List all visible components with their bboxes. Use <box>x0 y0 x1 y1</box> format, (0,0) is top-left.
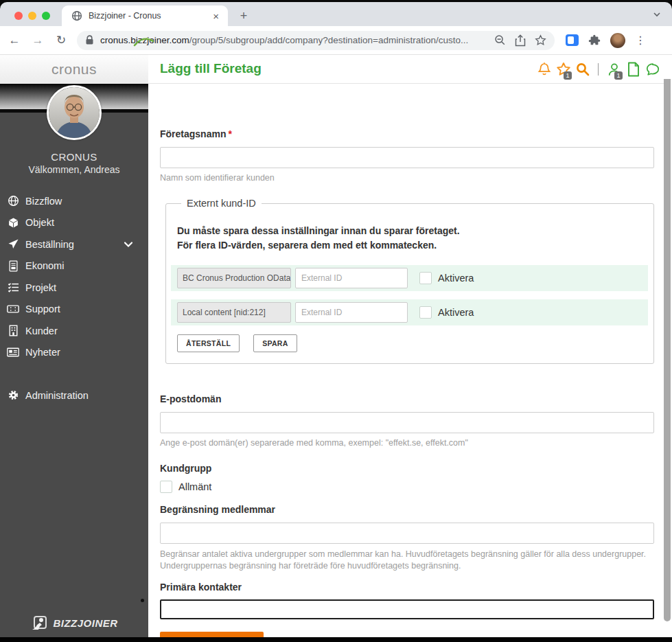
extension-icon[interactable] <box>566 34 579 46</box>
star-icon[interactable]: 1 <box>555 60 571 78</box>
org-name: CRONUS <box>0 151 148 163</box>
member-limit-label: Begränsning medlemmar <box>160 504 664 515</box>
ticket-icon <box>7 304 19 314</box>
tab-search-chevron-icon[interactable] <box>653 10 661 19</box>
browser-toolbar: ← → ↻ cronus.bizzjoiner.com/group/5/subg… <box>0 26 672 55</box>
gear-icon <box>7 389 19 401</box>
activate-label: Aktivera <box>438 273 474 284</box>
lock-icon <box>85 35 94 45</box>
bell-icon[interactable] <box>536 60 552 78</box>
page-header: Lägg till Företag 1 1 <box>148 55 664 84</box>
sidebar-item-label: Projekt <box>25 282 56 293</box>
sidebar-item-label: Administration <box>25 390 89 401</box>
sidebar-item-label: Bizzflow <box>25 196 62 207</box>
paper-plane-icon <box>7 238 19 250</box>
browser-tab-strip: Bizzjoiner - Cronus × + <box>0 2 672 26</box>
email-domain-help: Ange e-post domän(er) separerade med kom… <box>160 438 664 448</box>
sidebar-menu: Bizzflow Objekt Beställning <box>0 190 148 363</box>
scrollbar-thumb[interactable] <box>664 79 671 621</box>
allmant-checkbox[interactable] <box>160 481 172 493</box>
building-icon <box>7 325 19 336</box>
form-content: Företagsnamn* Namn som identifierar kund… <box>148 113 664 642</box>
browser-tab[interactable]: Bizzjoiner - Cronus × <box>62 5 228 26</box>
star-badge: 1 <box>564 71 572 80</box>
sidebar-logo-area: cronus <box>0 55 148 84</box>
member-limit-help: Begränsar antalet aktiva undergrupper so… <box>160 549 657 572</box>
reload-button[interactable]: ↻ <box>52 32 70 49</box>
tab-close-icon[interactable]: × <box>211 11 221 21</box>
header-icons: 1 1 <box>536 60 660 78</box>
external-id-legend: Externt kund-ID <box>181 198 262 209</box>
sidebar-item-ekonomi[interactable]: Ekonomi <box>0 255 148 277</box>
sidebar-item-label: Ekonomi <box>25 260 64 271</box>
search-icon[interactable] <box>575 60 590 78</box>
sidebar-item-objekt[interactable]: Objekt <box>0 212 148 234</box>
sidebar-item-administration[interactable]: Administration <box>0 385 148 406</box>
new-tab-button[interactable]: + <box>235 8 252 25</box>
external-id-note-line1: Du måste spara dessa inställningar innan… <box>177 224 648 238</box>
external-id-buttons: ÅTERSTÄLL SPARA <box>177 334 648 352</box>
back-button[interactable]: ← <box>5 32 23 49</box>
browser-menu-icon[interactable]: ⋮ <box>635 34 646 47</box>
globe-icon <box>7 195 19 207</box>
url-text: cronus.bizzjoiner.com/group/5/subgroup/a… <box>100 35 494 45</box>
newspaper-icon <box>7 347 19 357</box>
close-window-button[interactable] <box>14 12 23 20</box>
welcome-text: Välkommen, Andreas <box>0 164 148 175</box>
url-path: /group/5/subgroup/add/company?destinatio… <box>189 35 468 45</box>
app-window: cronus CRONUS Välk <box>0 55 672 637</box>
external-id-note: Du måste spara dessa inställningar innan… <box>177 224 648 253</box>
required-asterisk: * <box>228 128 231 139</box>
email-domain-input[interactable] <box>160 412 654 433</box>
extensions-puzzle-icon[interactable] <box>588 34 601 47</box>
external-id-input[interactable] <box>295 302 408 323</box>
primary-contacts-label: Primära kontakter <box>160 582 664 593</box>
share-icon[interactable] <box>515 34 526 47</box>
sidebar-item-support[interactable]: Support <box>0 299 148 321</box>
bizzjoiner-wordmark: BIZZJOINER <box>53 617 117 629</box>
user-icon[interactable]: 1 <box>606 60 622 78</box>
member-limit-input[interactable] <box>160 523 654 544</box>
focus-bullet <box>141 599 144 602</box>
sidebar-item-kunder[interactable]: Kunder <box>0 320 148 342</box>
user-badge: 1 <box>614 71 623 80</box>
sidebar-item-projekt[interactable]: Projekt <box>0 277 148 299</box>
zoom-out-icon[interactable] <box>494 34 506 46</box>
activate-checkbox[interactable] <box>419 272 432 284</box>
sidebar-item-label: Beställning <box>25 239 74 250</box>
user-avatar <box>47 85 102 140</box>
cube-3d-icon <box>7 217 19 229</box>
external-id-row: BC Cronus Production OData V Aktivera <box>171 265 648 291</box>
fullscreen-window-button[interactable] <box>42 12 50 20</box>
task-list-icon <box>7 282 19 293</box>
sidebar: cronus CRONUS Välk <box>0 55 148 637</box>
sidebar-item-label: Nyheter <box>25 347 60 358</box>
sidebar-item-nyheter[interactable]: Nyheter <box>0 342 148 364</box>
company-name-input[interactable] <box>160 147 654 168</box>
window-bottom-edge <box>0 637 672 642</box>
tab-title: Bizzjoiner - Cronus <box>89 11 211 21</box>
allmant-label: Allmänt <box>178 481 211 492</box>
browser-profile-avatar[interactable] <box>610 33 625 48</box>
invoice-icon <box>7 260 19 272</box>
email-domain-label: E-postdomän <box>160 393 664 404</box>
external-source-label: BC Cronus Production OData V <box>177 268 291 288</box>
sidebar-item-bizzflow[interactable]: Bizzflow <box>0 190 148 212</box>
minimize-window-button[interactable] <box>28 12 36 20</box>
external-id-input[interactable] <box>295 268 408 288</box>
save-button[interactable]: SPARA <box>253 334 297 352</box>
reset-button[interactable]: ÅTERSTÄLL <box>177 334 240 352</box>
sidebar-item-bestallning[interactable]: Beställning <box>0 233 148 255</box>
activate-checkbox[interactable] <box>419 306 432 319</box>
primary-contacts-input[interactable] <box>160 599 654 619</box>
chat-icon[interactable] <box>645 60 660 78</box>
tab-favicon-globe-icon <box>71 10 82 21</box>
sidebar-body: CRONUS Välkommen, Andreas Bizzflow Objek… <box>0 113 148 637</box>
document-icon[interactable] <box>625 60 641 78</box>
sidebar-item-label: Support <box>25 303 60 314</box>
chevron-down-icon[interactable] <box>124 241 133 248</box>
company-name-help: Namn som identifierar kunden <box>160 173 664 183</box>
bookmark-star-icon[interactable] <box>535 34 546 46</box>
main-panel: Lägg till Företag 1 1 <box>148 55 664 637</box>
forward-button[interactable]: → <box>29 32 47 49</box>
